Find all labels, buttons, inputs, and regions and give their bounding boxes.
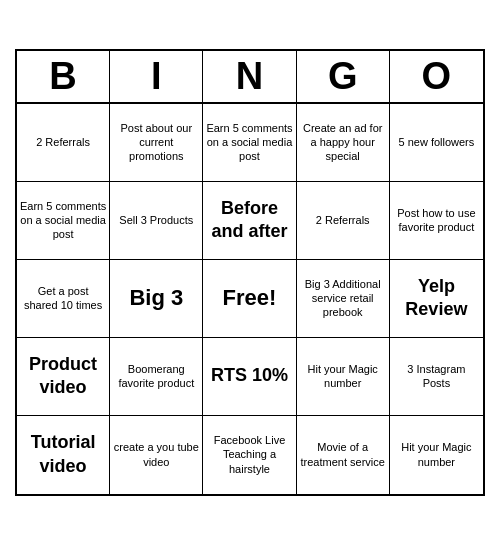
bingo-cell: 3 Instagram Posts xyxy=(390,338,483,416)
bingo-cell: Tutorial video xyxy=(17,416,110,494)
bingo-cell: Product video xyxy=(17,338,110,416)
bingo-cell: Post how to use favorite product xyxy=(390,182,483,260)
bingo-cell: Big 3 Additional service retail prebook xyxy=(297,260,390,338)
bingo-cell: Post about our current promotions xyxy=(110,104,203,182)
bingo-cell: Get a post shared 10 times xyxy=(17,260,110,338)
bingo-card: BINGO 2 ReferralsPost about our current … xyxy=(15,49,485,496)
bingo-cell: Yelp Review xyxy=(390,260,483,338)
bingo-letter: N xyxy=(203,51,296,102)
bingo-cell: Hit your Magic number xyxy=(297,338,390,416)
bingo-cell: Hit your Magic number xyxy=(390,416,483,494)
bingo-cell: Sell 3 Products xyxy=(110,182,203,260)
bingo-cell: Boomerang favorite product xyxy=(110,338,203,416)
bingo-cell: Earn 5 comments on a social media post xyxy=(17,182,110,260)
bingo-cell: Movie of a treatment service xyxy=(297,416,390,494)
bingo-cell: 2 Referrals xyxy=(17,104,110,182)
bingo-cell: RTS 10% xyxy=(203,338,296,416)
bingo-cell: 2 Referrals xyxy=(297,182,390,260)
bingo-cell: Earn 5 comments on a social media post xyxy=(203,104,296,182)
bingo-letter: O xyxy=(390,51,483,102)
bingo-cell: Free! xyxy=(203,260,296,338)
bingo-cell: create a you tube video xyxy=(110,416,203,494)
bingo-header: BINGO xyxy=(17,51,483,104)
bingo-letter: G xyxy=(297,51,390,102)
bingo-letter: I xyxy=(110,51,203,102)
bingo-cell: Before and after xyxy=(203,182,296,260)
bingo-cell: 5 new followers xyxy=(390,104,483,182)
bingo-cell: Big 3 xyxy=(110,260,203,338)
bingo-cell: Create an ad for a happy hour special xyxy=(297,104,390,182)
bingo-cell: Facebook Live Teaching a hairstyle xyxy=(203,416,296,494)
bingo-letter: B xyxy=(17,51,110,102)
bingo-grid: 2 ReferralsPost about our current promot… xyxy=(17,104,483,494)
